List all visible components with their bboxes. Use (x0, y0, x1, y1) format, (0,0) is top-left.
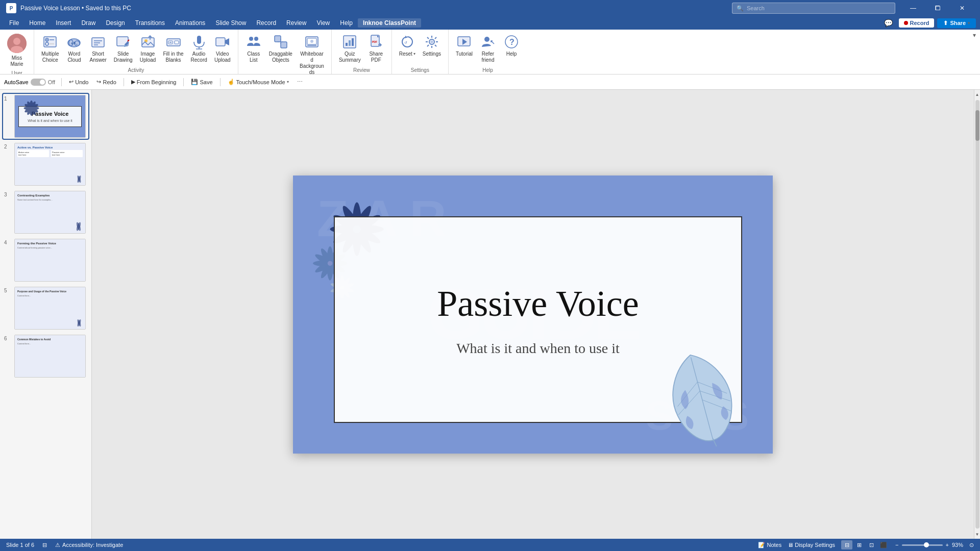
svg-text:PDF: PDF (372, 40, 377, 43)
touch-mode-button[interactable]: ☝ Touch/Mouse Mode ▾ (225, 78, 292, 86)
app-icon: P (6, 3, 16, 13)
menu-item-record[interactable]: Record (251, 18, 281, 28)
scroll-down-arrow[interactable]: ▼ (974, 530, 981, 539)
menu-item-file[interactable]: File (4, 18, 24, 28)
search-bar[interactable]: 🔍 Search (732, 3, 895, 14)
menu-item-draw[interactable]: Draw (76, 18, 101, 28)
comment-icon[interactable]: 💬 (881, 17, 896, 29)
svg-rect-3 (44, 37, 56, 47)
menu-item-transitions[interactable]: Transitions (130, 18, 170, 28)
slide-sorter-button[interactable]: ⊞ (853, 540, 865, 549)
save-button[interactable]: 💾 Save (188, 78, 215, 86)
record-button[interactable]: Record (899, 18, 935, 28)
draggable-objects-button[interactable]: DraggableObjects (266, 32, 296, 65)
slide-thumb-6[interactable]: 6 Common Mistakes to Avoid Content here.… (3, 334, 88, 379)
menu-item-inknoe[interactable]: Inknoe ClassPoint (358, 18, 421, 28)
svg-point-5 (46, 39, 48, 41)
menu-item-insert[interactable]: Insert (51, 18, 76, 28)
whiteboard-backgrounds-button[interactable]: WhiteboardBackgrounds (297, 32, 327, 74)
short-answer-icon (90, 34, 106, 50)
autosave-toggle[interactable]: AutoSave Off (4, 79, 55, 86)
svg-line-54 (435, 37, 436, 39)
share-pdf-button[interactable]: PDF SharePDF (365, 32, 387, 65)
share-chevron: ▾ (968, 21, 970, 26)
zoom-control[interactable]: − + 93% (895, 542, 963, 548)
more-commands-button[interactable]: ⋯ (294, 78, 306, 86)
slide-thumb-3[interactable]: 3 Contrasting Examples Some text content… (3, 190, 88, 235)
slide-drawing-button[interactable]: SlideDrawing (111, 32, 136, 65)
notes-button[interactable]: 📝 Notes (758, 542, 781, 548)
autosave-pill[interactable] (31, 79, 46, 86)
share-button[interactable]: ⬆ Share ▾ (937, 18, 976, 28)
menu-item-view[interactable]: View (311, 18, 335, 28)
audio-record-icon (191, 34, 207, 50)
zoom-in-icon[interactable]: + (946, 542, 949, 548)
menu-item-home[interactable]: Home (24, 18, 51, 28)
presenter-view-button[interactable]: ⬛ (878, 540, 889, 549)
menu-item-design[interactable]: Design (101, 18, 130, 28)
menu-item-review[interactable]: Review (281, 18, 311, 28)
menu-item-help[interactable]: Help (335, 18, 358, 28)
slide-thumb-1[interactable]: 1 Passive Voice What is it and when to u… (3, 94, 88, 139)
reset-button[interactable]: ↺ Reset ▾ (396, 32, 419, 59)
class-list-icon (246, 34, 262, 50)
multiple-choice-button[interactable]: MultipleChoice (38, 32, 62, 65)
fill-blanks-button[interactable]: Fill in theBlanks (160, 32, 187, 65)
scroll-thumb[interactable] (975, 110, 979, 141)
accessibility-label: Accessibility: Investigate (62, 542, 123, 548)
app-title: Passive Voice Lesson • Saved to this PC (20, 5, 732, 12)
quiz-summary-button[interactable]: QuizSummary (336, 32, 364, 65)
refer-friend-icon (480, 34, 496, 50)
refer-friend-label: Referfriend (481, 51, 494, 63)
minimize-button[interactable]: — (901, 0, 925, 16)
slide-thumb-2[interactable]: 2 Active vs. Passive Voice Active voicet… (3, 142, 88, 187)
class-list-button[interactable]: ClassList (242, 32, 265, 65)
refer-friend-button[interactable]: Referfriend (477, 32, 499, 65)
slide-canvas: GUIDE Z A R S Y S (293, 176, 773, 454)
slide-preview-1: Passive Voice What is it and when to use… (14, 95, 86, 138)
accessibility-icon: ⚠ (55, 542, 60, 548)
short-answer-button[interactable]: ShortAnswer (86, 32, 109, 65)
slide-thumb-5[interactable]: 5 Purpose and Usage of the Passive Voice… (3, 286, 88, 331)
close-button[interactable]: ✕ (950, 0, 974, 16)
settings-icon (424, 34, 440, 50)
normal-view-button[interactable]: ⊟ (841, 540, 852, 549)
video-upload-icon (214, 34, 231, 50)
zoom-slider[interactable] (902, 544, 943, 546)
word-cloud-button[interactable]: A a w WordCloud (63, 32, 85, 65)
slide-thumb-4[interactable]: 4 Forming the Passive Voice Content abou… (3, 238, 88, 283)
restore-button[interactable]: ⧠ (926, 0, 949, 16)
slide-scrollbar[interactable]: ▲ ▼ (974, 90, 980, 539)
reading-view-button[interactable]: ⊡ (866, 540, 877, 549)
redo-label: Redo (103, 79, 116, 85)
video-upload-button[interactable]: VideoUpload (211, 32, 234, 65)
accessibility-warning[interactable]: ⚠ Accessibility: Investigate (55, 542, 123, 548)
ribbon-expand-arrow[interactable]: ▾ (973, 32, 976, 39)
ribbon-group-activity-label: Activity (38, 66, 234, 74)
help-label: Help (506, 51, 517, 57)
settings-button[interactable]: Settings (420, 32, 444, 59)
user-profile-button[interactable]: MissMarie (4, 32, 30, 69)
help-button[interactable]: ? Help (500, 32, 523, 59)
fit-slide-button[interactable]: ⊙ (969, 542, 974, 548)
svg-text:A: A (71, 42, 73, 45)
image-upload-button[interactable]: ImageUpload (137, 32, 159, 65)
redo-button[interactable]: ↪ Redo (93, 78, 119, 86)
display-settings-button[interactable]: 🖥 Display Settings (788, 542, 835, 548)
audio-record-button[interactable]: AudioRecord (188, 32, 210, 65)
from-beginning-label: From Beginning (137, 79, 177, 85)
scroll-track (975, 100, 979, 529)
redo-icon: ↪ (96, 79, 101, 85)
undo-button[interactable]: ↩ Undo (66, 78, 91, 86)
scroll-up-arrow[interactable]: ▲ (974, 90, 981, 99)
zoom-out-icon[interactable]: − (895, 542, 898, 548)
ribbon-group-my: ClassList DraggableObjects (238, 30, 332, 74)
whiteboard-backgrounds-icon (304, 34, 320, 50)
tutorial-button[interactable]: Tutorial (453, 32, 476, 59)
slide-canvas-area[interactable]: GUIDE Z A R S Y S (92, 90, 974, 539)
menu-item-slideshow[interactable]: Slide Show (210, 18, 251, 28)
svg-rect-33 (275, 36, 281, 42)
from-beginning-button[interactable]: ▶ From Beginning (128, 78, 180, 86)
autosave-state: Off (48, 79, 55, 85)
menu-item-animations[interactable]: Animations (170, 18, 210, 28)
